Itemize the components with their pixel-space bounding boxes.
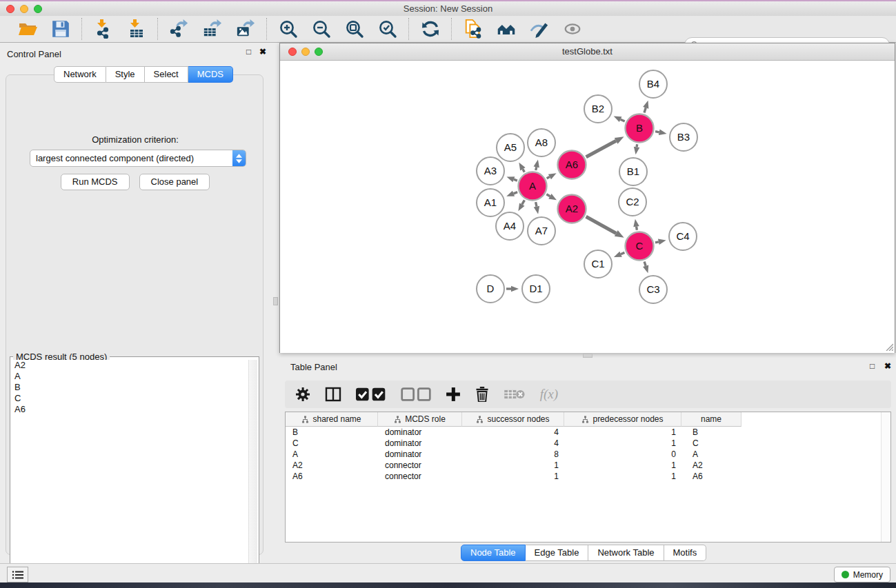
open-folder-icon[interactable] xyxy=(17,18,39,40)
graph-node-B1[interactable]: B1 xyxy=(619,158,647,185)
add-column-icon[interactable] xyxy=(446,385,461,403)
network-home-icon[interactable] xyxy=(495,18,517,40)
graph-node-D[interactable]: D xyxy=(477,275,504,303)
cell-shared-name[interactable]: B xyxy=(286,427,378,437)
cell-shared-name[interactable]: A xyxy=(286,449,378,459)
cell-MCDS-role[interactable]: connector xyxy=(378,460,462,470)
zoom-fit-icon[interactable] xyxy=(344,18,366,40)
tab-style[interactable]: Style xyxy=(106,66,145,83)
criterion-dropdown[interactable]: largest connected component (directed) xyxy=(30,150,246,167)
export-network-icon[interactable] xyxy=(168,18,190,40)
table-row[interactable]: A2connector11A2 xyxy=(286,460,890,471)
result-item-b[interactable]: B xyxy=(12,382,248,393)
zoom-selected-icon[interactable] xyxy=(377,18,399,40)
table-panel-float-icon[interactable]: □ xyxy=(870,362,875,370)
mcds-result-list[interactable]: A2ABCA6 xyxy=(12,360,248,588)
duplicate-network-icon[interactable] xyxy=(462,18,484,40)
tab-motifs[interactable]: Motifs xyxy=(664,545,707,561)
cell-predecessor-nodes[interactable]: 1 xyxy=(564,472,681,481)
column-header-name[interactable]: name xyxy=(681,412,741,427)
cell-name[interactable]: A xyxy=(681,449,741,459)
result-item-c[interactable]: C xyxy=(12,393,248,404)
cell-MCDS-role[interactable]: dominator xyxy=(378,449,462,459)
graph-node-C4[interactable]: C4 xyxy=(669,223,697,250)
graph-node-C3[interactable]: C3 xyxy=(639,276,667,303)
cell-predecessor-nodes[interactable]: 0 xyxy=(564,449,681,459)
cell-MCDS-role[interactable]: connector xyxy=(378,472,462,481)
cell-successor-nodes[interactable]: 1 xyxy=(462,460,564,470)
result-item-a6[interactable]: A6 xyxy=(12,404,248,415)
tab-mcds[interactable]: MCDS xyxy=(188,66,233,83)
table-settings-icon[interactable] xyxy=(295,385,310,403)
network-window-titlebar[interactable]: testGlobe.txt xyxy=(280,43,895,61)
table-row[interactable]: Bdominator41B xyxy=(286,427,890,438)
graph-node-B[interactable]: B xyxy=(626,114,654,143)
table-row[interactable]: Cdominator41C xyxy=(286,438,890,449)
table-scrollbar[interactable] xyxy=(881,412,890,542)
graph-node-B3[interactable]: B3 xyxy=(670,123,697,151)
panel-splitter-handle[interactable] xyxy=(273,297,278,305)
graph-node-A8[interactable]: A8 xyxy=(528,129,555,156)
result-item-a2[interactable]: A2 xyxy=(12,360,248,371)
window-resize-grip-icon[interactable] xyxy=(884,342,893,351)
cell-shared-name[interactable]: A6 xyxy=(286,472,378,481)
cell-MCDS-role[interactable]: dominator xyxy=(378,427,462,437)
cell-predecessor-nodes[interactable]: 1 xyxy=(564,438,681,448)
column-header-MCDS-role[interactable]: MCDS role xyxy=(378,412,462,427)
graph-node-A5[interactable]: A5 xyxy=(497,134,524,161)
import-network-icon[interactable] xyxy=(92,18,115,40)
table-row[interactable]: Adominator80A xyxy=(286,449,890,460)
graph-node-C1[interactable]: C1 xyxy=(584,250,612,278)
export-table-icon[interactable] xyxy=(201,18,223,40)
select-all-columns-icon[interactable] xyxy=(356,385,386,403)
import-table-icon[interactable] xyxy=(126,18,148,40)
memory-button[interactable]: Memory xyxy=(834,567,890,582)
unselect-all-columns-icon[interactable] xyxy=(401,385,431,403)
result-item-a[interactable]: A xyxy=(12,371,248,382)
split-columns-icon[interactable] xyxy=(325,385,341,403)
result-list-scrollbar[interactable] xyxy=(248,360,257,588)
column-header-predecessor-nodes[interactable]: predecessor nodes xyxy=(564,412,681,427)
graphics-details-icon[interactable] xyxy=(528,18,550,40)
run-mcds-button[interactable]: Run MCDS xyxy=(61,174,130,190)
graph-node-D1[interactable]: D1 xyxy=(522,275,550,303)
table-panel-close-icon[interactable]: ✖ xyxy=(884,362,891,370)
birds-eye-view-icon[interactable] xyxy=(561,18,584,40)
cell-name[interactable]: B xyxy=(681,427,741,437)
tab-edge-table[interactable]: Edge Table xyxy=(526,545,589,561)
graph-node-C[interactable]: C xyxy=(626,232,654,261)
export-image-icon[interactable] xyxy=(235,18,257,40)
tab-network-table[interactable]: Network Table xyxy=(588,545,664,561)
delete-columns-icon[interactable] xyxy=(475,385,489,403)
cell-name[interactable]: C xyxy=(681,438,741,448)
cell-successor-nodes[interactable]: 1 xyxy=(462,472,564,481)
graph-node-A3[interactable]: A3 xyxy=(477,157,504,185)
control-panel-close-icon[interactable]: ✖ xyxy=(259,48,266,56)
cell-name[interactable]: A6 xyxy=(681,472,741,481)
cell-shared-name[interactable]: A2 xyxy=(286,460,378,470)
tab-network[interactable]: Network xyxy=(54,66,106,83)
column-header-shared-name[interactable]: shared name xyxy=(286,412,378,427)
graph-node-B2[interactable]: B2 xyxy=(584,95,612,123)
column-header-successor-nodes[interactable]: successor nodes xyxy=(462,412,564,427)
graph-node-B4[interactable]: B4 xyxy=(639,70,667,98)
tab-node-table[interactable]: Node Table xyxy=(461,545,526,561)
graph-node-A2[interactable]: A2 xyxy=(558,195,586,223)
refresh-layout-icon[interactable] xyxy=(419,18,441,40)
cell-MCDS-role[interactable]: dominator xyxy=(378,438,462,448)
graph-node-A4[interactable]: A4 xyxy=(496,212,524,240)
graph-node-A1[interactable]: A1 xyxy=(477,189,504,216)
cell-predecessor-nodes[interactable]: 1 xyxy=(564,427,681,437)
tab-select[interactable]: Select xyxy=(145,66,188,83)
cell-predecessor-nodes[interactable]: 1 xyxy=(564,460,681,470)
zoom-in-icon[interactable] xyxy=(277,18,299,40)
show-panels-button[interactable] xyxy=(7,567,28,582)
table-row[interactable]: A6connector11A6 xyxy=(286,471,890,482)
cell-successor-nodes[interactable]: 4 xyxy=(462,427,564,437)
save-session-icon[interactable] xyxy=(50,18,72,40)
graph-node-A[interactable]: A xyxy=(519,172,547,201)
cell-name[interactable]: A2 xyxy=(681,460,741,470)
close-panel-button[interactable]: Close panel xyxy=(139,174,210,190)
cell-successor-nodes[interactable]: 4 xyxy=(462,438,564,448)
cell-shared-name[interactable]: C xyxy=(286,438,378,448)
